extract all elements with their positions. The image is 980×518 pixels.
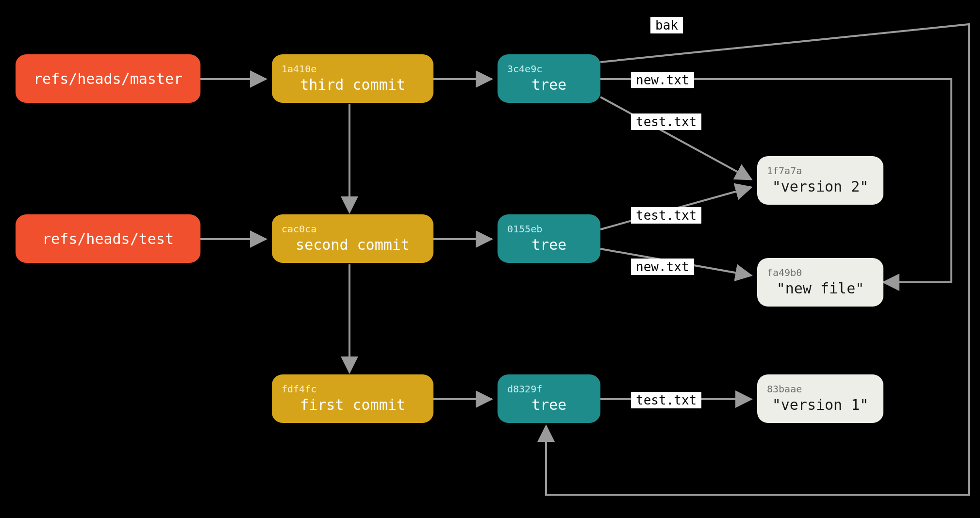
git-object-diagram: refs/heads/master refs/heads/test 1a410e… <box>0 0 980 518</box>
tree-label: tree <box>532 397 566 413</box>
blob-version-2: 1f7a7a "version 2" <box>757 156 883 205</box>
tree-3c4e9c: 3c4e9c tree <box>498 54 600 103</box>
commit-label: third commit <box>300 77 405 93</box>
blob-hash: 83baae <box>767 384 802 394</box>
commit-label: first commit <box>300 397 405 413</box>
ref-label: refs/heads/master <box>33 71 183 87</box>
tree-hash: 3c4e9c <box>507 64 542 74</box>
commit-label: second commit <box>296 237 410 253</box>
commit-hash: cac0ca <box>282 224 316 234</box>
edge-label-new-txt: new.txt <box>631 259 694 275</box>
tree-d8329f: d8329f tree <box>498 374 600 423</box>
tree-0155eb: 0155eb tree <box>498 214 600 263</box>
commit-first: fdf4fc first commit <box>272 374 433 423</box>
ref-label: refs/heads/test <box>42 231 174 247</box>
commit-hash: fdf4fc <box>282 384 316 394</box>
blob-label: "new file" <box>777 280 864 296</box>
commit-second: cac0ca second commit <box>272 214 433 263</box>
blob-hash: 1f7a7a <box>767 166 802 176</box>
blob-hash: fa49b0 <box>767 268 802 277</box>
ref-master: refs/heads/master <box>16 54 200 103</box>
tree-label: tree <box>532 237 566 253</box>
commit-third: 1a410e third commit <box>272 54 433 103</box>
tree-hash: d8329f <box>507 384 542 394</box>
edge-label-test-txt: test.txt <box>631 207 701 224</box>
edge-label-new-txt: new.txt <box>631 72 694 88</box>
edge-label-bak: bak <box>650 17 683 33</box>
edge-label-test-txt: test.txt <box>631 392 701 408</box>
blob-new-file: fa49b0 "new file" <box>757 258 883 307</box>
blob-label: "version 2" <box>772 178 869 194</box>
blob-label: "version 1" <box>772 397 869 413</box>
tree-hash: 0155eb <box>507 224 542 234</box>
commit-hash: 1a410e <box>282 64 316 74</box>
ref-test: refs/heads/test <box>16 214 200 263</box>
svg-line-10 <box>600 97 751 179</box>
blob-version-1: 83baae "version 1" <box>757 374 883 423</box>
edge-label-test-txt: test.txt <box>631 113 701 130</box>
tree-label: tree <box>532 77 566 93</box>
